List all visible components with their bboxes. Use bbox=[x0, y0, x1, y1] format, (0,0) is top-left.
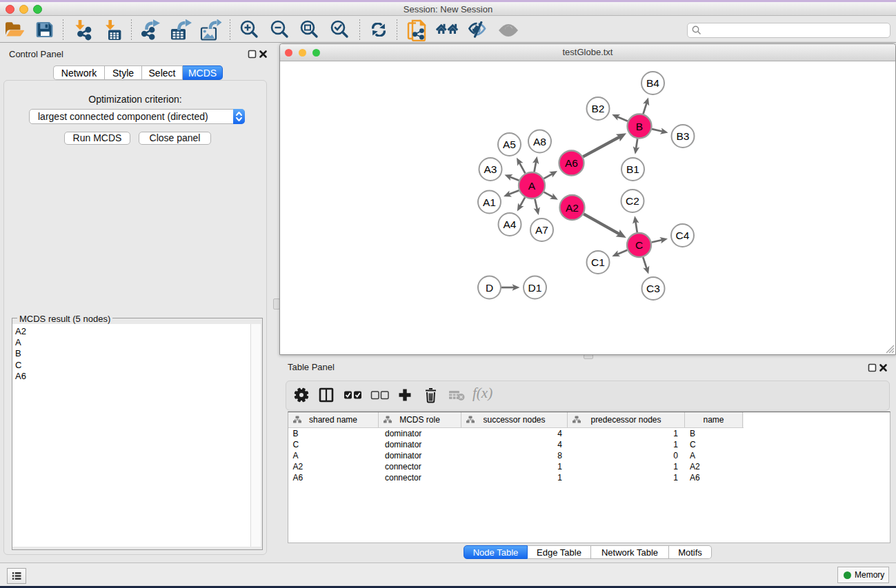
svg-text:A8: A8 bbox=[533, 136, 546, 148]
svg-text:A7: A7 bbox=[535, 224, 548, 236]
svg-text:B4: B4 bbox=[646, 77, 659, 89]
svg-text:A6: A6 bbox=[565, 157, 578, 169]
svg-text:A: A bbox=[528, 180, 536, 192]
svg-text:D: D bbox=[486, 282, 493, 294]
svg-text:A5: A5 bbox=[503, 139, 516, 150]
svg-text:B: B bbox=[636, 121, 643, 132]
svg-text:A3: A3 bbox=[484, 163, 497, 175]
svg-text:A2: A2 bbox=[566, 202, 579, 214]
svg-text:D1: D1 bbox=[528, 282, 542, 294]
svg-text:C4: C4 bbox=[676, 230, 690, 241]
svg-text:B3: B3 bbox=[677, 130, 690, 142]
svg-text:A1: A1 bbox=[483, 196, 496, 208]
svg-text:B1: B1 bbox=[626, 163, 639, 175]
svg-text:C3: C3 bbox=[646, 283, 660, 294]
svg-text:C1: C1 bbox=[591, 256, 605, 268]
svg-text:C2: C2 bbox=[626, 195, 639, 207]
svg-text:A4: A4 bbox=[504, 219, 517, 230]
svg-text:B2: B2 bbox=[592, 103, 605, 114]
svg-text:C: C bbox=[635, 239, 643, 251]
